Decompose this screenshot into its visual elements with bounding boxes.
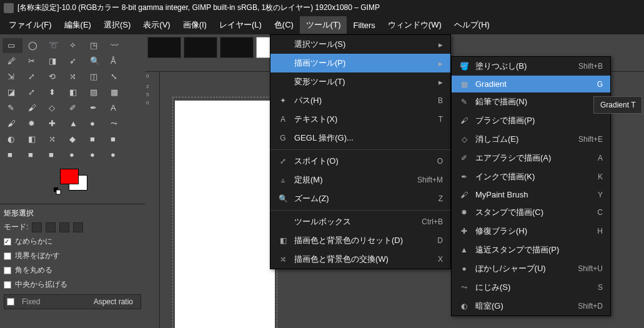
tool-button[interactable]: ◧ — [64, 85, 84, 100]
menu-item[interactable]: Aテキスト(X)T — [270, 110, 450, 129]
menu-item[interactable]: 🔍ズーム(Z)Z — [270, 189, 450, 208]
mode-add-button[interactable] — [46, 222, 56, 232]
tool-button[interactable]: ⇲ — [2, 69, 22, 84]
tool-button[interactable]: ⟲ — [44, 69, 64, 84]
mode-replace-button[interactable] — [32, 222, 42, 232]
menu-item[interactable]: ▵定規(M)Shift+M — [270, 171, 450, 189]
canvas[interactable] — [175, 101, 275, 328]
mode-subtract-button[interactable] — [59, 222, 69, 232]
menu-item[interactable]: ▦GradientG — [452, 76, 610, 92]
tool-button[interactable]: ▦ — [106, 85, 126, 100]
option-checkbox[interactable] — [4, 238, 11, 246]
tool-button[interactable]: 🖌 — [2, 116, 22, 131]
menu-item[interactable]: 🖌MyPaint BrushY — [452, 186, 610, 203]
tool-button[interactable]: ◯ — [23, 38, 43, 53]
tool-button[interactable]: ◨ — [44, 54, 64, 69]
mode-intersect-button[interactable] — [73, 222, 83, 232]
tool-button[interactable]: ✧ — [64, 38, 84, 53]
menu-item[interactable]: ✹スタンプで描画(C)C — [452, 203, 610, 222]
tool-button[interactable]: ◆ — [64, 132, 84, 147]
option-checkbox[interactable] — [4, 267, 11, 274]
tool-button[interactable]: ▨ — [85, 85, 105, 100]
menu-item[interactable]: ▲遠近スタンプで描画(P) — [452, 241, 610, 259]
menu-item[interactable]: 選択ツール(S)▸ — [270, 35, 450, 54]
tool-button[interactable]: ⤢ — [23, 85, 43, 100]
tool-button[interactable]: ✐ — [64, 101, 84, 116]
tool-button[interactable]: 🔍 — [85, 54, 105, 69]
tool-button[interactable]: ■ — [106, 132, 126, 147]
tool-button[interactable]: ● — [64, 147, 84, 162]
menu-item[interactable]: ✐エアブラシで描画(A)A — [452, 149, 610, 167]
menu-item[interactable]: ◧描画色と背景色のリセット(D)D — [270, 231, 450, 250]
thumbnail[interactable] — [220, 37, 254, 58]
tool-button[interactable]: ⤳ — [106, 116, 126, 131]
tool-button[interactable]: 〰 — [106, 38, 126, 53]
tool-button[interactable]: ▲ — [64, 116, 84, 131]
tool-button[interactable]: ■ — [44, 147, 64, 162]
menubar-item[interactable]: ウィンドウ(W) — [382, 16, 448, 34]
tool-button[interactable]: Å — [106, 54, 126, 69]
tool-button[interactable]: 🖉 — [2, 54, 22, 69]
menu-item[interactable]: ◐暗室(G)Shift+D — [452, 297, 610, 316]
menu-item[interactable]: 描画ツール(P)▸ — [270, 54, 450, 72]
tool-button[interactable]: ■ — [23, 147, 43, 162]
tool-button[interactable]: ⤭ — [64, 69, 84, 84]
menu-item[interactable]: ⤳にじみ(S)S — [452, 278, 610, 297]
menu-item[interactable]: 🪣塗りつぶし(B)Shift+B — [452, 57, 610, 76]
menu-item[interactable]: ✚修復ブラシ(H)H — [452, 222, 610, 241]
tool-button[interactable]: ◇ — [44, 101, 64, 116]
menubar-item[interactable]: 編集(E) — [58, 16, 97, 34]
tool-button[interactable]: ● — [85, 147, 105, 162]
option-checkbox[interactable] — [4, 281, 11, 289]
menu-item[interactable]: GGEGL 操作(G)... — [270, 129, 450, 147]
menu-item[interactable]: ✦パス(H)B — [270, 91, 450, 110]
tool-button[interactable]: ◧ — [23, 132, 43, 147]
menu-item[interactable]: ツールボックスCtrl+B — [270, 212, 450, 231]
menubar-item[interactable]: ツール(T) — [300, 16, 347, 34]
tool-button[interactable]: ◐ — [2, 132, 22, 147]
tool-button[interactable]: ● — [85, 116, 105, 131]
tool-button[interactable]: ✂ — [23, 54, 43, 69]
tool-button[interactable]: ✹ — [23, 116, 43, 131]
menu-item[interactable]: ✒インクで描画(K)K — [452, 167, 610, 186]
menu-item[interactable]: ⤭描画色と背景色の交換(W)X — [270, 250, 450, 269]
tool-button[interactable]: ■ — [2, 147, 22, 162]
tool-button[interactable]: ⤢ — [23, 69, 43, 84]
tool-button[interactable]: ● — [106, 147, 126, 162]
tool-button[interactable]: ■ — [85, 132, 105, 147]
menubar-item[interactable]: 選択(S) — [97, 16, 137, 34]
tool-button[interactable]: ▭ — [2, 38, 22, 53]
menubar-item[interactable]: 色(C) — [268, 16, 300, 34]
default-colors-icon[interactable] — [54, 187, 61, 195]
fixed-checkbox[interactable] — [7, 298, 14, 306]
menu-item[interactable]: 🖌ブラシで描画(P) — [452, 111, 610, 130]
tool-button[interactable]: ⤡ — [106, 69, 126, 84]
tool-button[interactable]: ➰ — [44, 38, 64, 53]
menu-item[interactable]: ✎鉛筆で描画(N) — [452, 92, 610, 111]
tool-button[interactable]: ◫ — [85, 69, 105, 84]
menu-item[interactable]: 変形ツール(T)▸ — [270, 72, 450, 91]
tool-button[interactable]: ➶ — [64, 54, 84, 69]
thumbnail[interactable] — [184, 37, 217, 58]
menubar-item[interactable]: 表示(V) — [137, 16, 176, 34]
menubar-item[interactable]: レイヤー(L) — [213, 16, 268, 34]
menubar-item[interactable]: Filters — [347, 17, 381, 33]
tool-button[interactable]: ⤭ — [44, 132, 64, 147]
tool-button[interactable]: ⬍ — [44, 85, 64, 100]
menubar-item[interactable]: 画像(I) — [177, 16, 213, 34]
tool-button[interactable]: ◳ — [85, 38, 105, 53]
tool-button[interactable]: ◪ — [2, 85, 22, 100]
foreground-color[interactable] — [60, 169, 79, 184]
menu-item[interactable]: ●ぼかし/シャープ(U)Shift+U — [452, 259, 610, 278]
option-checkbox[interactable] — [4, 252, 11, 260]
tool-button[interactable]: 🖌 — [23, 101, 43, 116]
menu-item[interactable]: ⤢スポイト(O)O — [270, 152, 450, 171]
menubar-item[interactable]: ファイル(F) — [2, 16, 58, 34]
thumbnail[interactable] — [147, 37, 181, 58]
tool-button[interactable]: A — [106, 101, 126, 116]
tool-button[interactable]: ✎ — [2, 101, 22, 116]
tool-button[interactable]: ✚ — [44, 116, 64, 131]
menubar-item[interactable]: ヘルプ(H) — [448, 16, 496, 34]
menu-item[interactable]: ◇消しゴム(E)Shift+E — [452, 130, 610, 149]
tool-button[interactable]: ✒ — [85, 101, 105, 116]
